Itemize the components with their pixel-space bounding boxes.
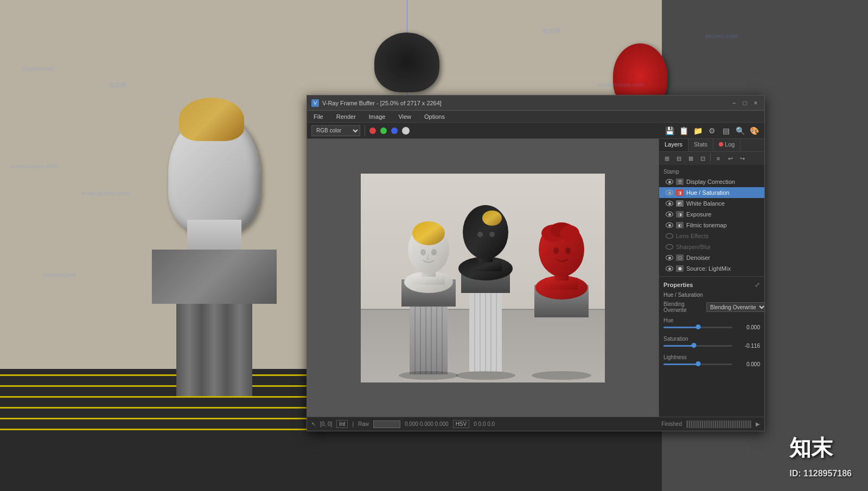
layers-icon[interactable]: ▤ [720,125,732,137]
white-balance-label: White Balance [686,200,725,207]
menu-bar: File Render Image View Options [307,111,764,123]
menu-image[interactable]: Image [367,112,388,121]
vray-app-icon: V [311,99,319,107]
layers-panel: Stamp ☰ Display Correction ◨ Hue / Satur… [659,165,764,276]
raw-label: Raw [358,421,369,427]
source-lightmix-icon: ⬢ [676,265,684,272]
source-lightmix-layer[interactable]: ⬢ Source: LightMix [659,263,764,274]
properties-expand[interactable]: ⤢ [755,281,760,289]
minimize-button[interactable]: − [730,99,738,107]
panel-tabs: Layers Stats Log [659,139,764,152]
render-viewport[interactable] [307,139,659,417]
saturation-slider-container: Saturation -0.116 [663,336,760,349]
rp-icon-2[interactable]: ⊟ [673,154,684,163]
denoiser-label: Denoiser [686,254,710,261]
channel-select[interactable]: RGB color [311,125,360,136]
filmic-tonemap-layer[interactable]: ◐ Filmic tonemap [659,220,764,231]
lens-effects-eye[interactable] [666,233,673,239]
restore-button[interactable]: □ [741,99,749,107]
lens-effects-layer[interactable]: Lens Effects [659,231,764,241]
saturation-slider-thumb[interactable] [691,343,696,348]
prop-section-title: Hue / Saturation [663,292,760,298]
svg-point-39 [560,225,579,241]
window-title-left: V V-Ray Frame Buffer - [25.0% of 2717 x … [311,99,442,107]
status-bar: ↖ [0, 0] Int | Raw 0.000 0.000 0.000 HSV… [307,417,764,431]
white-balance-eye[interactable] [666,201,673,206]
mode-display[interactable]: Int [336,420,348,428]
white-balance-layer[interactable]: ◩ White Balance [659,198,764,209]
toolbar: RGB color 💾 📋 📁 ⚙ ▤ 🔍 🎨 [307,123,764,139]
hue-saturation-layer[interactable]: ◨ Hue / Saturation [659,187,764,198]
sculpture-pedestal-box [152,250,277,304]
display-correction-icon: ☰ [676,178,684,185]
hue-saturation-eye[interactable] [666,190,673,195]
blending-select[interactable]: Blending Overwrite [706,302,764,312]
divider-cursor: | [352,421,354,427]
rp-icon-4[interactable]: ⊡ [697,154,708,163]
zoom-icon[interactable]: 🔍 [734,125,746,137]
menu-options[interactable]: Options [422,112,447,121]
hue-slider-value: 0.000 [736,324,760,330]
display-correction-label: Display Correction [686,178,735,185]
rp-icon-undo[interactable]: ↩ [725,154,736,163]
menu-file[interactable]: File [311,112,326,121]
filmic-eye[interactable] [666,222,673,228]
rp-divider-1 [710,154,711,161]
tab-stats[interactable]: Stats [688,139,713,151]
load-icon[interactable]: 📁 [692,125,704,137]
denoiser-eye[interactable] [666,255,673,260]
menu-view[interactable]: View [396,112,413,121]
save-as-icon[interactable]: 📋 [678,125,690,137]
sharpen-blur-eye[interactable] [666,244,673,250]
window-content: Layers Stats Log ⊞ ⊟ ⊠ ⊡ ≡ ↩ ↪ [307,139,764,417]
blue-channel-dot[interactable] [391,127,398,134]
rp-icon-5[interactable]: ≡ [713,154,724,163]
saturation-slider-track[interactable] [663,345,732,347]
color-picker-icon[interactable]: 🎨 [748,125,760,137]
tab-log[interactable]: Log [713,139,741,151]
exposure-layer[interactable]: ◑ Exposure [659,209,764,220]
svg-point-16 [420,249,426,256]
tab-layers[interactable]: Layers [659,139,688,151]
source-lightmix-label: Source: LightMix [686,265,731,272]
id-label: ID: [789,469,803,478]
hue-slider-track[interactable] [663,327,732,328]
window-title: V-Ray Frame Buffer - [25.0% of 2717 x 22… [322,100,442,106]
denoiser-layer[interactable]: ⬡ Denoiser [659,252,764,263]
vray-frame-buffer-window: V V-Ray Frame Buffer - [25.0% of 2717 x … [307,95,765,431]
alpha-channel-dot[interactable] [402,127,410,135]
status-text: Finished [661,421,682,427]
display-correction-layer[interactable]: ☰ Display Correction [659,176,764,187]
rgb-values: 0.000 0.000 0.000 [405,421,449,427]
menu-render[interactable]: Render [334,112,358,121]
settings-icon[interactable]: ⚙ [706,125,718,137]
display-correction-eye[interactable] [666,179,673,184]
rp-icon-3[interactable]: ⊠ [685,154,696,163]
render-svg [361,174,605,382]
lightness-slider-thumb[interactable] [695,361,700,366]
sharpen-blur-label: Sharpen/Blur [676,244,711,250]
hue-slider-thumb[interactable] [695,324,700,329]
red-channel-dot[interactable] [369,127,376,134]
filmic-label: Filmic tonemap [686,222,727,228]
lightness-slider-row: 0.000 [663,361,760,367]
rp-icon-1[interactable]: ⊞ [661,154,672,163]
source-lightmix-eye[interactable] [666,266,673,271]
exposure-icon: ◑ [676,211,684,218]
hsv-values: 0 0.0 0.0 [474,421,495,427]
rp-icon-redo[interactable]: ↪ [737,154,748,163]
scroll-right-icon[interactable]: ▶ [756,421,760,427]
sharpen-blur-layer[interactable]: Sharpen/Blur [659,241,764,252]
green-channel-dot[interactable] [380,127,387,134]
svg-point-41 [565,247,571,254]
saturation-slider-fill [663,345,694,347]
render-image [361,174,605,382]
brand-label: 知末 [789,436,833,460]
hsv-mode[interactable]: HSV [453,420,470,428]
id-badge: 知末 ID: 1128957186 [789,433,852,480]
exposure-eye[interactable] [666,212,673,217]
exposure-label: Exposure [686,211,711,218]
lightness-slider-track[interactable] [663,364,732,365]
close-button[interactable]: × [751,99,760,107]
save-icon[interactable]: 💾 [663,125,675,137]
